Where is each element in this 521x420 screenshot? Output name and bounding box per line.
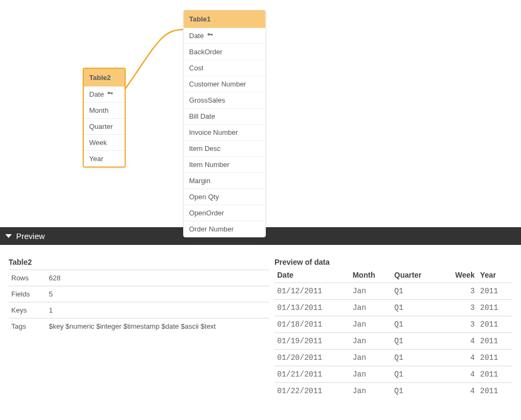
table-cell: 2011 [477,316,512,333]
table-row[interactable]: 01/19/2011JanQ142011 [274,333,512,350]
metadata-table: Rows 628 Fields 5 Keys 1 Tags $key $nume… [9,270,269,334]
column-header[interactable]: Quarter [392,270,440,283]
metadata-row-fields: Fields 5 [9,286,269,302]
table-field-row[interactable]: Month [84,102,125,118]
table-header-row: DateMonthQuarterWeekYear [274,270,512,283]
table-row[interactable]: 01/12/2011JanQ132011 [274,283,512,300]
metadata-row-keys: Keys 1 [9,302,269,318]
metadata-label: Keys [9,302,46,318]
table-node-header[interactable]: Table2 [84,69,125,86]
table-field-row[interactable]: Item Number [184,156,265,172]
field-label: Bill Date [189,112,215,120]
data-preview-panel: Preview of data DateMonthQuarterWeekYear… [274,258,512,399]
table-field-row[interactable]: Item Desc [184,140,265,156]
table-field-row[interactable]: BackOrder [184,44,265,60]
table-cell: 01/18/2011 [274,316,350,333]
diagram-area: Table2 DateMonthQuarterWeekYear Table1 D… [0,0,521,227]
table-field-row[interactable]: Date [84,86,125,102]
metadata-label: Fields [9,286,46,302]
table-cell: 2011 [477,300,512,316]
table-cell: 01/19/2011 [274,333,350,350]
table-field-row[interactable]: Week [84,134,125,150]
table-field-row[interactable]: GrossSales [184,92,265,108]
field-label: Date [89,90,104,98]
table-cell: Jan [350,350,392,366]
field-label: OpenOrder [189,209,224,217]
table-cell: 01/22/2011 [274,383,350,400]
metadata-label: Tags [9,318,46,335]
table-cell: 01/21/2011 [274,366,350,383]
column-header[interactable]: Month [350,270,392,283]
metadata-value: $key $numeric $integer $timestamp $date … [46,318,269,335]
key-icon [207,32,213,40]
field-label: Date [189,32,204,40]
table-cell: Jan [350,300,392,316]
field-label: Open Qty [189,193,219,201]
table-row[interactable]: 01/20/2011JanQ142011 [274,350,512,366]
table-cell: Q1 [392,350,440,366]
metadata-row-rows: Rows 628 [9,270,269,286]
table-cell: Q1 [392,383,440,400]
metadata-value: 628 [46,270,269,286]
table-field-row[interactable]: Order Number [184,221,265,237]
data-preview-table: DateMonthQuarterWeekYear 01/12/2011JanQ1… [274,270,512,399]
table-field-row[interactable]: Date [184,28,265,44]
field-label: Item Desc [189,144,221,153]
table-cell: 3 [440,283,477,300]
preview-panel: Table2 Rows 628 Fields 5 Keys 1 Tags $ke… [0,245,521,404]
table-field-row[interactable]: Quarter [84,118,125,134]
field-label: Cost [189,64,204,72]
table-cell: 2011 [477,283,512,300]
table-row[interactable]: 01/18/2011JanQ132011 [274,316,512,333]
field-label: GrossSales [189,96,225,104]
table-field-row[interactable]: Margin [184,172,265,189]
data-preview-title: Preview of data [274,258,512,270]
table-cell: 4 [440,333,477,350]
table-metadata-panel: Table2 Rows 628 Fields 5 Keys 1 Tags $ke… [9,258,269,399]
field-label: Margin [189,177,211,185]
field-label: Invoice Number [189,128,238,136]
metadata-row-tags: Tags $key $numeric $integer $timestamp $… [9,318,269,335]
key-icon [107,90,113,98]
field-label: Order Number [189,225,234,233]
table-field-row[interactable]: Cost [184,60,265,76]
chevron-down-icon [5,234,12,238]
field-label: BackOrder [189,48,222,56]
table-cell: Jan [350,283,392,300]
table-node-table2[interactable]: Table2 DateMonthQuarterWeekYear [83,68,126,168]
preview-title: Preview [16,231,45,241]
field-label: Item Number [189,161,229,169]
field-label: Quarter [89,122,113,131]
metadata-label: Rows [9,270,46,286]
table-cell: 2011 [477,383,512,400]
table-node-header[interactable]: Table1 [184,10,265,28]
table-row[interactable]: 01/13/2011JanQ132011 [274,300,512,316]
table-cell: Q1 [392,283,440,300]
column-header[interactable]: Year [477,270,512,283]
metadata-value: 5 [46,286,269,302]
table-cell: 3 [440,316,477,333]
column-header[interactable]: Date [274,270,350,283]
table-row[interactable]: 01/22/2011JanQ142011 [274,383,512,400]
table-node-body: DateMonthQuarterWeekYear [84,86,125,166]
column-header[interactable]: Week [440,270,477,283]
field-label: Customer Number [189,80,246,88]
table-cell: 01/20/2011 [274,350,350,366]
field-label: Week [89,139,107,147]
table-cell: 01/12/2011 [274,283,350,300]
table-node-table1[interactable]: Table1 DateBackOrderCostCustomer NumberG… [183,10,266,237]
table-cell: 2011 [477,366,512,383]
table-cell: Jan [350,333,392,350]
table-field-row[interactable]: Customer Number [184,76,265,92]
table-row[interactable]: 01/21/2011JanQ142011 [274,366,512,383]
table-cell: Q1 [392,316,440,333]
table-field-row[interactable]: Year [84,150,125,166]
table-field-row[interactable]: Invoice Number [184,124,265,140]
table-field-row[interactable]: Bill Date [184,108,265,124]
table-cell: Jan [350,366,392,383]
table-field-row[interactable]: OpenOrder [184,205,265,221]
table-cell: Q1 [392,333,440,350]
table-cell: 3 [440,300,477,316]
table-cell: Jan [350,316,392,333]
table-field-row[interactable]: Open Qty [184,189,265,205]
